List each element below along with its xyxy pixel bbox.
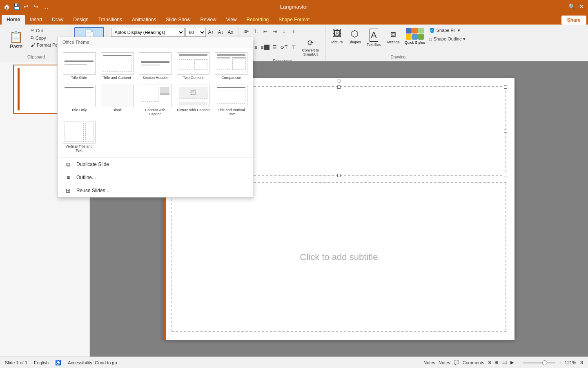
zoom-in-button[interactable]: +	[559, 360, 561, 365]
tab-animations[interactable]: Animations	[127, 15, 161, 25]
tab-home[interactable]: Home	[2, 15, 25, 25]
tab-shape-format[interactable]: Shape Format	[274, 15, 314, 25]
more-icon[interactable]: …	[42, 3, 49, 10]
slide-subtitle-box[interactable]: Click to add subtitle	[172, 182, 506, 332]
outline-item[interactable]: ≡ Outline...	[58, 171, 253, 184]
tab-design[interactable]: Design	[68, 15, 93, 25]
comments-label[interactable]: Comments	[463, 360, 484, 365]
layout-label-section-header: Section Header	[143, 76, 168, 80]
bullets-button[interactable]: ≡•	[242, 27, 251, 36]
notes-label[interactable]: Notes	[439, 360, 450, 365]
normal-view-button[interactable]: ⊡	[488, 360, 491, 365]
dropdown-section-title: Office Theme	[58, 37, 253, 47]
clear-formatting-button[interactable]: Ax	[226, 28, 235, 37]
layout-title-content[interactable]: Title and Content	[99, 51, 135, 81]
title-bar-left: 🏠 💾 ↩ ↪ …	[3, 3, 49, 10]
layout-vertical-title[interactable]: Vertical Title and Text	[61, 119, 97, 154]
paragraph-row-1: ≡• 1. ⇤ ⇥ ↕ ⫴	[242, 27, 323, 36]
redo-icon[interactable]: ↪	[33, 3, 39, 10]
tab-recording[interactable]: Recording	[242, 15, 274, 25]
comments-button[interactable]: 💬	[454, 360, 459, 365]
reuse-slides-item[interactable]: ⊞ Reuse Slides...	[58, 184, 253, 197]
outline-label: Outline...	[76, 175, 96, 180]
outline-icon: ≡	[64, 174, 72, 181]
textbox-label: Text Box	[367, 43, 381, 47]
undo-icon[interactable]: ↩	[23, 3, 29, 10]
textbox-button[interactable]: A Text Box	[364, 27, 383, 48]
cut-button[interactable]: ✂ Cut	[29, 27, 68, 34]
handle-br[interactable]	[504, 174, 507, 177]
paragraph-row-2: ⬛≡ ≡ ≡⬛ ☰ ⟳T ⊤ ⟳ Convert to SmartArt	[242, 37, 323, 58]
layout-title-vertical[interactable]: Title and Vertical Text	[213, 83, 249, 118]
shrink-font-button[interactable]: A↓	[216, 28, 225, 37]
handle-bm[interactable]	[337, 174, 341, 177]
handle-mr[interactable]	[504, 130, 507, 133]
quick-styles-button[interactable]: Quick Styles	[403, 27, 427, 45]
align-text-button[interactable]: ⊤	[289, 43, 298, 52]
slideshow-button[interactable]: ▶	[510, 360, 514, 365]
numbering-button[interactable]: 1.	[252, 27, 261, 36]
copy-label: Copy	[36, 36, 46, 40]
arrange-label: Arrange	[387, 40, 400, 44]
layout-title-slide[interactable]: Title Slide	[61, 51, 97, 81]
notes-button[interactable]: Notes	[423, 360, 435, 365]
justify-button[interactable]: ☰	[270, 43, 279, 52]
pictures-button[interactable]: 🖼 Picture	[329, 27, 345, 46]
arrange-button[interactable]: ⧈ Arrange	[384, 27, 402, 46]
shape-outline-button[interactable]: □ Shape Outline ▾	[428, 36, 467, 43]
zoom-out-button[interactable]: −	[517, 360, 519, 365]
tab-slideshow[interactable]: Slide Show	[161, 15, 195, 25]
decrease-indent-button[interactable]: ⇤	[261, 27, 270, 36]
layout-blank[interactable]: Blank	[99, 83, 135, 118]
layout-picture-caption[interactable]: 🖼 Picture with Caption	[175, 83, 212, 118]
home-icon[interactable]: 🏠	[3, 3, 10, 10]
shape-fill-button[interactable]: 🪣 Shape Fill ▾	[428, 27, 467, 34]
app-name-label: Langmaster	[280, 4, 308, 10]
reuse-label: Reuse Slides...	[76, 188, 109, 193]
zoom-slider-thumb[interactable]	[542, 360, 547, 365]
layout-two-content[interactable]: Two Content	[175, 51, 212, 81]
drawing-content: 🖼 Picture ⬡ Shapes A Text Box ⧈ Arrange	[329, 27, 468, 54]
layout-thumb-vertical-title	[63, 121, 96, 144]
reading-view-button[interactable]: 📖	[501, 360, 507, 365]
slide-sorter-button[interactable]: ⊞	[494, 360, 498, 365]
layout-label-vertical-title: Vertical Title and Text	[62, 144, 96, 153]
grow-font-button[interactable]: A↑	[207, 28, 216, 37]
tab-review[interactable]: Review	[195, 15, 221, 25]
layout-section-header[interactable]: Section Header	[137, 51, 173, 81]
layout-content-caption[interactable]: Content with Caption	[137, 83, 173, 118]
line-spacing-button[interactable]: ↕	[280, 27, 289, 36]
columns-button[interactable]: ⫴	[289, 27, 298, 36]
tab-transitions[interactable]: Transitions	[94, 15, 127, 25]
increase-indent-button[interactable]: ⇥	[270, 27, 279, 36]
font-size-select[interactable]: 60	[185, 28, 206, 37]
close-icon[interactable]: ✕	[578, 3, 585, 10]
convert-smartart-button[interactable]: ⟳ Convert to SmartArt	[298, 37, 323, 58]
fit-slide-button[interactable]: ⊡	[579, 360, 583, 365]
search-icon[interactable]: 🔍	[568, 3, 575, 10]
align-right-button[interactable]: ≡⬛	[261, 43, 270, 52]
tab-draw[interactable]: Draw	[47, 15, 68, 25]
accessibility-label: Accessibility: Good to go	[68, 360, 117, 365]
layout-comparison[interactable]: Comparison	[213, 51, 249, 81]
font-family-select[interactable]: Aptos Display (Headings)	[111, 28, 185, 37]
zoom-slider[interactable]	[523, 362, 555, 364]
share-button[interactable]: Share	[561, 16, 586, 25]
paste-button[interactable]: 📋 Paste	[6, 29, 27, 51]
handle-tr[interactable]	[504, 85, 507, 89]
tab-view[interactable]: View	[221, 15, 242, 25]
save-icon[interactable]: 💾	[13, 3, 20, 10]
layout-title-only[interactable]: Title Only	[61, 83, 97, 118]
layout-thumb-blank	[101, 85, 134, 107]
layout-thumb-comparison	[215, 52, 247, 75]
tab-insert[interactable]: Insert	[25, 15, 47, 25]
copy-icon: ⧉	[31, 35, 34, 40]
layout-label-title-content: Title and Content	[103, 76, 131, 80]
shapes-button[interactable]: ⬡ Shapes	[346, 27, 364, 46]
text-direction-button[interactable]: ⟳T	[280, 43, 289, 52]
handle-tm[interactable]	[337, 85, 341, 89]
duplicate-slide-item[interactable]: ⧉ Duplicate Slide	[58, 158, 253, 171]
rotation-handle[interactable]	[337, 79, 341, 83]
layout-thumb-section-header	[139, 52, 172, 75]
zoom-level[interactable]: 121%	[565, 360, 576, 365]
